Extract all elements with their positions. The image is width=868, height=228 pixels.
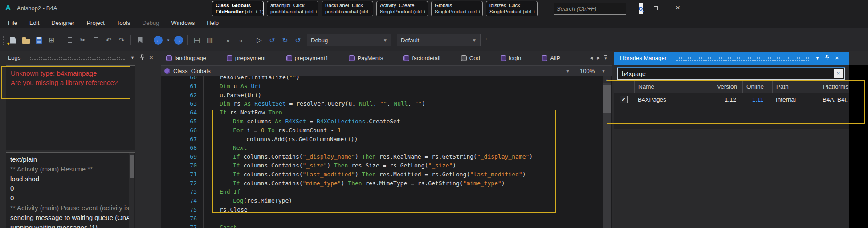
back-history-caret[interactable]: ▾ [166,35,171,45]
menu-project[interactable]: Project [86,20,104,26]
logs-scrollbar-thumb[interactable] [130,155,134,178]
code-line[interactable]: 62u.Parse(Uri) [161,91,607,100]
hotkey-tab-5[interactable]: GlobalsSingleProduct (ctrl + 5) [431,1,483,16]
scroll-up-icon[interactable]: ▲ [603,76,611,83]
resume-button[interactable]: ↻ [280,35,290,45]
column-header-path[interactable]: Path [772,81,819,93]
code-line[interactable]: 64If rs.NextRow Then [161,108,607,117]
panel-menu-chevron-icon[interactable]: ▼ [130,55,135,60]
build-configuration-select[interactable]: Debug ▼ [307,34,391,46]
hotkey-tab-1[interactable]: Class_GlobalsFileHandler (ctrl + 1) [212,1,264,16]
code-line[interactable]: 74Log(res.MimeType) [161,196,607,205]
navigate-back-button[interactable]: ← [153,35,163,45]
tab-scroll-left-icon[interactable]: ◀ [590,56,593,60]
code-line[interactable]: 69If columns.Contains("_display_name") T… [161,152,607,161]
minimize-button[interactable]: – [623,2,644,14]
editor-scrollbar-thumb[interactable] [603,85,611,113]
menu-debug[interactable]: Debug [142,20,159,26]
redo-button[interactable]: ↷ [116,35,127,45]
log-line[interactable]: load shod [10,174,129,184]
editor-tab-factordetail[interactable]: factordetail [403,55,440,61]
logs-scrollbar[interactable] [129,153,134,228]
undo-button[interactable]: ↶ [103,35,114,45]
tab-scroll-right-icon[interactable]: ▶ [597,56,600,60]
code-line[interactable]: 76 [161,214,607,223]
log-line[interactable]: text/plain [10,155,129,164]
conditional-symbols-select[interactable]: Default ▼ [397,34,481,46]
code-line[interactable]: 71If columns.Contains("last_modified") T… [161,170,607,179]
code-line[interactable]: 77Catch [161,223,607,228]
editor-tab-allp[interactable]: AllP [542,55,560,61]
menu-windows[interactable]: Windows [171,20,195,26]
tab-list-icon[interactable]: ▼ [604,55,607,61]
code-area[interactable]: 60resolver.Initialize("")61Dim u As Uri6… [161,76,612,228]
save-button[interactable] [33,35,44,45]
editor-tab-prepayment1[interactable]: prepayment1 [286,55,329,61]
toolbar-overflow-grip[interactable]: ⁞ [485,36,486,43]
editor-scrollbar[interactable]: ▲ [603,76,611,228]
editor-zoom-select[interactable]: 100% [580,68,595,74]
menu-tools[interactable]: Tools [117,20,130,26]
chevron-down-icon[interactable]: ▼ [601,69,606,73]
code-line[interactable]: 66For i = 0 To rs.ColumnCount - 1 [161,126,607,135]
log-line[interactable]: ** Activity (main) Resume ** [10,164,129,174]
bookmark-button[interactable] [134,35,145,45]
new-project-button[interactable]: ✦ [8,35,18,45]
hotkey-tab-6[interactable]: lblsizes_ClickSingleProduct (ctrl + 6) [486,1,538,16]
run-button[interactable]: ▷ [254,35,265,45]
panel-close-icon[interactable]: × [835,54,839,61]
outdent-button[interactable]: « [223,35,233,45]
panel-pin-icon[interactable] [140,54,145,61]
hotkey-tab-2[interactable]: attachjlbl_Clickposhtibanichat (ctrl + 2… [267,1,318,16]
clear-search-icon[interactable]: × [834,69,843,78]
menu-edit[interactable]: Edit [29,20,39,26]
code-line[interactable]: 60resolver.Initialize("") [161,76,607,82]
log-line[interactable]: sending message to waiting queue (OnActi… [10,213,129,223]
code-line[interactable]: 65Dim columns As B4XSet = B4XCollections… [161,117,607,126]
editor-tab-payments[interactable]: PayMents [349,55,383,61]
library-checkbox[interactable]: ✓ [620,96,628,103]
code-line[interactable]: 67columns.Add(rs.GetColumnName(i)) [161,135,607,144]
restart-button[interactable]: ↺ [293,35,303,45]
logs-panel-header[interactable]: Logs ▼ × [4,51,157,65]
code-line[interactable]: 73End If [161,187,607,196]
code-line[interactable]: 61Dim u As Uri [161,82,607,91]
paste-button[interactable] [90,35,101,45]
menu-designer[interactable]: Designer [51,20,74,26]
close-button[interactable]: × [667,2,689,14]
libraries-search-input[interactable] [618,68,823,79]
editor-tab-landingpage[interactable]: landingpage [166,55,206,61]
column-header-platforms[interactable]: Platforms [819,81,849,93]
navigate-forward-button[interactable]: → [173,35,184,45]
libraries-panel-header[interactable]: Libraries Manager ▼ × [614,52,849,65]
column-header-online[interactable]: Online [742,81,772,93]
editor-tab-cod[interactable]: Cod [461,55,480,61]
column-header-checkbox[interactable] [614,81,634,93]
menu-help[interactable]: Help [207,20,219,26]
editor-tab-login[interactable]: login [501,55,521,61]
hotkey-tab-4[interactable]: Activity_CreateSingleProduct (ctrl + 4) [376,1,428,16]
toolbar-grip[interactable] [3,36,4,45]
editor-tab-prepayment[interactable]: prepayment [227,55,266,61]
log-line[interactable]: 0 [10,183,129,193]
code-line[interactable]: 75rs.Close [161,205,607,214]
log-line[interactable]: 0 [10,193,129,203]
code-line[interactable]: 72If columns.Contains("mime_type") Then … [161,179,607,188]
rapid-debug-button[interactable]: ↺ [267,35,277,45]
panel-menu-chevron-icon[interactable]: ▼ [815,55,820,61]
panel-close-icon[interactable]: × [149,53,153,61]
column-header-version[interactable]: Version [713,81,742,93]
column-header-name[interactable]: Name [634,81,713,93]
cut-button[interactable]: ✂ [77,35,88,45]
cell-online-version[interactable]: 1.11 [742,93,772,107]
maximize-button[interactable] [645,2,666,14]
comment-button[interactable]: ▤ [192,35,202,45]
log-line[interactable]: ** Activity (main) Pause event (activity… [10,203,129,213]
panel-pin-icon[interactable] [825,55,830,61]
hotkey-tab-3[interactable]: BackLabel_Clickposhtibanichat (ctrl + 3) [322,1,373,16]
export-zip-button[interactable]: ⊞ [46,35,57,45]
code-line[interactable]: 70If columns.Contains("_size") Then res.… [161,161,607,170]
log-line[interactable]: running waiting messages (1) [10,223,129,228]
code-line[interactable]: 68Next [161,143,607,152]
indent-button[interactable]: » [236,35,246,45]
